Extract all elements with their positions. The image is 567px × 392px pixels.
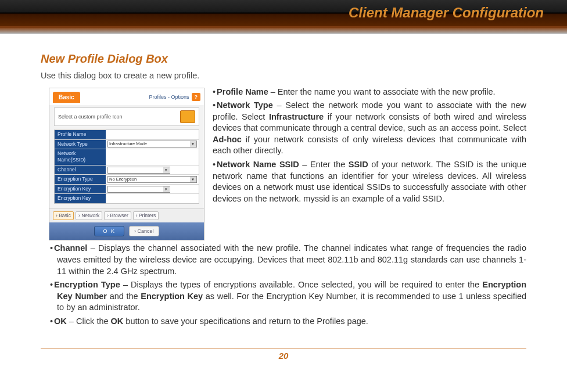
help-icon[interactable]: ? bbox=[192, 93, 201, 101]
dialog-top-right: Profiles - Options ? bbox=[149, 93, 200, 101]
ok-button[interactable]: O K bbox=[94, 226, 124, 236]
profile-icon-picker[interactable] bbox=[180, 110, 195, 123]
section-title: New Profile Dialog Box bbox=[41, 51, 526, 67]
bullet-channel: •Channel – Displays the channel associat… bbox=[41, 243, 526, 277]
label-network-name: Network Name(SSID) bbox=[55, 149, 106, 165]
page-header: Client Manager Configuration bbox=[0, 0, 567, 28]
row-encryption-key-no: Encryption Key bbox=[55, 185, 199, 194]
row-encryption-type: Encryption Type No Encryption bbox=[55, 175, 199, 184]
btab-network[interactable]: › Network bbox=[76, 211, 102, 220]
dialog-form: Profile Name Network Type Infrastructure… bbox=[54, 130, 199, 204]
header-title: Client Manager Configuration bbox=[349, 5, 544, 21]
label-encryption-key-no: Encryption Key bbox=[55, 185, 106, 193]
label-profile-name: Profile Name bbox=[55, 130, 106, 139]
dialog-top-bar: Basic Profiles - Options ? bbox=[49, 88, 204, 106]
page-footer: 20 bbox=[41, 348, 526, 361]
dialog-screenshot: Basic Profiles - Options ? Select a cust… bbox=[49, 88, 204, 241]
label-channel: Channel bbox=[55, 166, 106, 174]
btab-browser[interactable]: › Browser bbox=[104, 211, 131, 220]
row-encryption-key: Encryption Key bbox=[55, 194, 199, 203]
bullet-ok: •OK – Click the OK button to save your s… bbox=[41, 316, 526, 328]
row-network-type: Network Type Infrastructure Mode bbox=[55, 140, 199, 149]
intro-text: Use this dialog box to create a new prof… bbox=[41, 70, 526, 82]
dialog-bottom-tabs: › Basic › Network › Browser › Printers bbox=[49, 208, 204, 222]
label-encryption-key: Encryption Key bbox=[55, 194, 106, 203]
select-channel[interactable] bbox=[107, 167, 170, 174]
row-channel: Channel bbox=[55, 166, 199, 175]
icon-row-label: Select a custom profile Icon bbox=[58, 113, 123, 120]
header-strip bbox=[0, 28, 567, 34]
bullet-encryption-type: •Encryption Type – Displays the types of… bbox=[41, 279, 526, 314]
content-area: New Profile Dialog Box Use this dialog b… bbox=[0, 34, 567, 341]
dialog-icon-row: Select a custom profile Icon bbox=[54, 107, 199, 126]
label-encryption-type: Encryption Type bbox=[55, 175, 106, 184]
select-encryption-type[interactable]: No Encryption bbox=[107, 176, 197, 183]
field-profile-name[interactable] bbox=[106, 130, 199, 139]
btab-basic[interactable]: › Basic bbox=[53, 211, 74, 220]
profiles-options-label[interactable]: Profiles - Options bbox=[149, 93, 189, 100]
page-number: 20 bbox=[279, 351, 289, 361]
row-network-name: Network Name(SSID) bbox=[55, 149, 199, 166]
label-network-type: Network Type bbox=[55, 140, 106, 149]
dialog-tab-basic[interactable]: Basic bbox=[53, 92, 80, 103]
body-row: Basic Profiles - Options ? Select a cust… bbox=[41, 87, 526, 330]
field-encryption-key[interactable] bbox=[106, 194, 199, 203]
select-encryption-key-no[interactable] bbox=[107, 186, 170, 193]
field-network-name[interactable] bbox=[106, 149, 199, 165]
select-network-type[interactable]: Infrastructure Mode bbox=[107, 141, 197, 148]
row-profile-name: Profile Name bbox=[55, 130, 199, 139]
dialog-button-bar: O K › Cancel bbox=[49, 222, 204, 240]
btab-printers[interactable]: › Printers bbox=[133, 211, 159, 220]
cancel-button[interactable]: › Cancel bbox=[129, 226, 159, 236]
